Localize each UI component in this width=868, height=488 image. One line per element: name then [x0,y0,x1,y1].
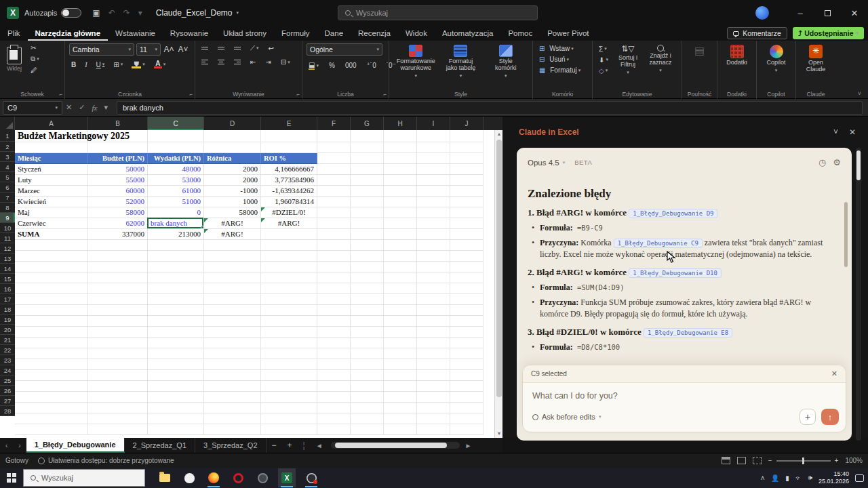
font-size-select[interactable]: 11▾ [136,43,161,56]
copilot-button[interactable]: Copilot▾ [761,43,791,75]
cell-E4[interactable]: 4,166666667 [261,164,317,175]
column-header-E[interactable]: E [261,117,317,130]
cell-C24[interactable] [148,381,204,392]
accessibility-status[interactable]: Ułatwienia dostępu: dobrze przygotowane [48,457,174,464]
cell-G21[interactable] [351,348,384,359]
cancel-entry-icon[interactable]: ✕ [66,103,72,112]
cell-D6[interactable]: -1000 [204,186,261,197]
cell-D7[interactable]: 1000 [204,197,261,207]
cell-A6[interactable]: Marzec [15,186,88,197]
cell-B11[interactable] [88,240,148,251]
cell-G11[interactable] [351,240,384,251]
cell-J23[interactable] [450,370,484,381]
cell-B25[interactable] [88,392,148,403]
cell-J16[interactable] [450,294,484,305]
cell-E28[interactable] [261,424,317,435]
panel-chevron-down-icon[interactable]: ˅ [833,127,838,137]
cell-reference-chip[interactable]: 1_Błędy_Debugowanie D10 [629,268,722,278]
cell-H26[interactable] [384,403,417,413]
select-all-corner[interactable] [0,117,15,130]
add-sheet-button[interactable]: + [282,441,298,450]
row-header-14[interactable]: 14 [0,264,15,274]
grow-font-button[interactable]: A˄ [163,43,175,56]
merge-center-button[interactable]: ⊟▾ [279,58,292,66]
cell-B8[interactable]: 58000 [88,207,148,218]
cell-H9[interactable] [384,218,417,229]
cell-F8[interactable] [317,207,351,218]
cell-B5[interactable]: 55000 [88,175,148,186]
cell-J3[interactable] [450,153,484,164]
ribbon-tab-dane[interactable]: Dane [317,26,351,41]
cell-F20[interactable] [317,338,351,348]
cell-E14[interactable] [261,272,317,283]
cell-A4[interactable]: Styczeń [15,164,88,175]
cell-D13[interactable] [204,262,261,272]
person-tray-icon[interactable]: 👤 [771,474,779,482]
cell-A24[interactable] [15,381,88,392]
cell-E16[interactable] [261,294,317,305]
cell-C20[interactable] [148,338,204,348]
cell-J15[interactable] [450,283,484,294]
cell-A17[interactable] [15,305,88,316]
cell-C28[interactable] [148,424,204,435]
cell-D20[interactable] [204,338,261,348]
cell-H2[interactable] [384,142,417,153]
cell-B27[interactable] [88,413,148,424]
cell-B12[interactable] [88,251,148,262]
cell-G18[interactable] [351,316,384,327]
volume-icon[interactable]: 🕪 [808,474,812,482]
cell-D9[interactable]: #ARG! [204,218,261,229]
cell-J2[interactable] [450,142,484,153]
hscroll-right-icon[interactable]: ► [460,442,477,449]
cell-D8[interactable]: 58000 [204,207,261,218]
decrease-indent-button[interactable]: ⇤ [248,58,258,66]
cell-B24[interactable] [88,381,148,392]
cell-D4[interactable]: 2000 [204,164,261,175]
collapse-ribbon-icon[interactable]: ˅ [858,90,861,97]
row-header-13[interactable]: 13 [0,253,15,264]
cell-E21[interactable] [261,348,317,359]
cell-I14[interactable] [417,272,450,283]
excel-taskbar-icon[interactable]: X [278,468,296,487]
cell-J24[interactable] [450,381,484,392]
cell-E10[interactable] [261,229,317,240]
underline-button[interactable]: U▾ [94,60,107,69]
cell-A3[interactable]: Miesiąc [15,153,88,164]
cell-J9[interactable] [450,218,484,229]
cell-E2[interactable] [261,142,317,153]
row-header-18[interactable]: 18 [0,304,15,314]
cell-A2[interactable] [15,142,88,153]
document-title[interactable]: Claude_Excel_Demo▾ [156,8,239,18]
row-header-22[interactable]: 22 [0,345,15,355]
cell-C27[interactable] [148,413,204,424]
clipboard-dialog-launcher[interactable]: ⌐ [59,92,62,98]
cell-C8[interactable]: 0 [148,207,204,218]
page-layout-view-icon[interactable] [737,457,746,464]
cell-B7[interactable]: 52000 [88,197,148,207]
cell-C14[interactable] [148,272,204,283]
autosave-toggle[interactable] [61,8,81,18]
confirm-entry-icon[interactable]: ✓ [79,103,85,112]
row-header-16[interactable]: 16 [0,284,15,294]
cell-F1[interactable] [317,130,351,142]
cell-F6[interactable] [317,186,351,197]
cell-I13[interactable] [417,262,450,272]
comma-style-button[interactable]: 000 [343,60,359,70]
column-header-F[interactable]: F [317,117,351,130]
cell-H21[interactable] [384,348,417,359]
cell-H11[interactable] [384,240,417,251]
cell-G7[interactable] [351,197,384,207]
cell-H27[interactable] [384,413,417,424]
cell-I6[interactable] [417,186,450,197]
cell-I11[interactable] [417,240,450,251]
cell-E25[interactable] [261,392,317,403]
cell-F3[interactable] [317,153,351,164]
cell-reference-chip[interactable]: 1_Błędy_Debugowanie E8 [644,328,732,338]
align-middle-button[interactable] [216,43,226,53]
cell-B9[interactable]: 62000 [88,218,148,229]
borders-button[interactable]: ⊞▾ [111,60,125,69]
cell-H3[interactable] [384,153,417,164]
row-header-20[interactable]: 20 [0,325,15,335]
cell-I19[interactable] [417,327,450,338]
taskbar-search-input[interactable]: Wyszukaj [23,469,145,487]
